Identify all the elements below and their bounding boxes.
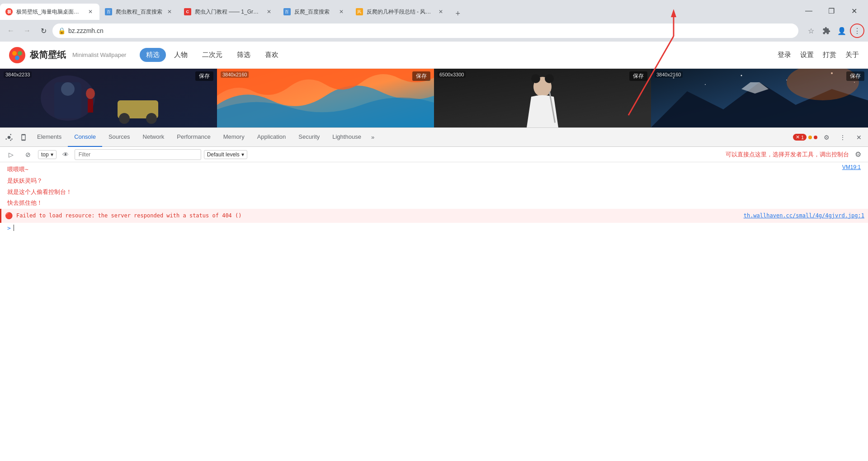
console-error-link[interactable]: th.wallhaven.cc/small/4g/4gjvrd.jpg:1	[744, 212, 864, 220]
devtools-tab-more[interactable]: »	[368, 128, 378, 147]
site-action-about[interactable]: 关于	[845, 51, 859, 59]
forward-button[interactable]: →	[20, 24, 34, 38]
profile-button[interactable]: 👤	[835, 24, 849, 38]
wallpaper-1[interactable]: 3840x2233 保存	[0, 69, 217, 127]
tab-5-close[interactable]: ✕	[437, 8, 444, 15]
svg-point-9	[119, 113, 130, 124]
tab-3-favicon: C	[184, 8, 191, 15]
tab-1-close[interactable]: ✕	[87, 8, 94, 15]
reload-button[interactable]: ↻	[36, 24, 51, 38]
url-bar[interactable]: 🔒 bz.zzzmh.cn	[52, 24, 798, 38]
tab-5[interactable]: 风 反爬的几种手段总结 - 风不... ✕	[350, 4, 450, 20]
warning-dot	[808, 136, 812, 139]
console-message-4: 快去抓住他！	[0, 198, 79, 209]
tab-bar: 极 极简壁纸_海量电脑桌面壁... ✕ 百 爬虫教程_百度搜索 ✕ C 爬虫入门…	[0, 0, 868, 20]
nav-item-people[interactable]: 人物	[168, 48, 194, 62]
console-settings-button[interactable]: ⚙	[852, 148, 864, 161]
wallpaper-2-label: 3840x2160	[221, 71, 249, 78]
console-context-selector[interactable]: top ▾	[38, 150, 57, 159]
console-levels-label: Default levels	[207, 151, 240, 158]
devtools-tab-lighthouse[interactable]: Lighthouse	[326, 128, 368, 147]
new-tab-button[interactable]: +	[452, 7, 464, 20]
close-button[interactable]: ✕	[844, 4, 864, 18]
tab-4[interactable]: 百 反爬_百度搜索 ✕	[278, 4, 350, 20]
wallpaper-2[interactable]: 3840x2160 保存	[217, 69, 434, 127]
wallpaper-4-save[interactable]: 保存	[846, 71, 864, 81]
extensions-button[interactable]	[819, 24, 834, 38]
devtools-panel: Elements Console Sources Network Perform…	[0, 127, 868, 235]
console-prompt: >	[7, 225, 11, 231]
site-action-reward[interactable]: 打赏	[823, 51, 836, 59]
svg-point-10	[146, 113, 157, 124]
console-stop-button[interactable]: ⊘	[21, 147, 35, 162]
minimize-button[interactable]: —	[798, 4, 819, 18]
svg-point-3	[15, 56, 19, 60]
tab-2[interactable]: 百 爬虫教程_百度搜索 ✕	[99, 4, 179, 20]
wallpaper-3[interactable]: 6500x3300 保存	[434, 69, 651, 127]
devtools-close-button[interactable]: ✕	[852, 130, 866, 145]
back-button[interactable]: ←	[4, 24, 18, 38]
svg-point-7	[61, 82, 75, 96]
console-levels-selector[interactable]: Default levels ▾	[204, 150, 247, 159]
tab-1[interactable]: 极 极简壁纸_海量电脑桌面壁... ✕	[0, 4, 99, 20]
wallpaper-3-save[interactable]: 保存	[629, 71, 647, 81]
site-action-login[interactable]: 登录	[778, 51, 791, 59]
devtools-tab-memory[interactable]: Memory	[217, 128, 251, 147]
devtools-tab-network[interactable]: Network	[137, 128, 171, 147]
svg-point-0	[9, 47, 25, 63]
console-context-label: top	[41, 151, 49, 158]
console-eye-button[interactable]: 👁	[59, 149, 72, 160]
tab-4-favicon: 百	[283, 8, 291, 15]
tab-5-title: 反爬的几种手段总结 - 风不...	[367, 8, 434, 16]
address-bar: ← → ↻ 🔒 bz.zzzmh.cn ☆ 👤 ⋮	[0, 20, 868, 42]
devtools-tab-console[interactable]: Console	[68, 128, 102, 147]
wallpaper-4-label: 3840x2160	[655, 71, 683, 78]
wallpaper-1-save[interactable]: 保存	[195, 71, 213, 81]
tab-5-favicon: 风	[356, 8, 363, 15]
devtools-tab-application[interactable]: Application	[251, 128, 292, 147]
menu-button[interactable]: ⋮	[850, 24, 864, 38]
console-vm-link[interactable]: VM19:1	[842, 164, 868, 170]
console-filter-input[interactable]	[75, 149, 201, 160]
tab-3-close[interactable]: ✕	[265, 8, 273, 15]
browser-toolbar: ☆ 👤 ⋮	[804, 24, 864, 38]
wallpaper-2-save[interactable]: 保存	[412, 71, 430, 81]
wallpaper-4[interactable]: 3840x2160 保存	[651, 69, 868, 127]
console-message-3: 就是这个人偷看控制台！	[0, 187, 79, 198]
console-play-button[interactable]: ▷	[4, 147, 18, 162]
tab-2-favicon: 百	[105, 8, 112, 15]
lock-icon: 🔒	[58, 27, 66, 34]
devtools-settings-button[interactable]: ⚙	[819, 130, 834, 145]
tab-2-close[interactable]: ✕	[166, 8, 173, 15]
wallpaper-gallery: 3840x2233 保存 3840x2160 保存	[0, 69, 868, 127]
device-toggle-button[interactable]	[16, 130, 31, 145]
devtools-tab-security[interactable]: Security	[292, 128, 326, 147]
chevron-down-icon-2: ▾	[241, 151, 244, 158]
console-toolbar: ▷ ⊘ top ▾ 👁 Default levels ▾ 可以直接点这里，选择开…	[0, 147, 868, 162]
wallpaper-1-label: 3840x2233	[4, 71, 32, 78]
bookmark-button[interactable]: ☆	[804, 24, 818, 38]
browser-window: 极 极简壁纸_海量电脑桌面壁... ✕ 百 爬虫教程_百度搜索 ✕ C 爬虫入门…	[0, 0, 868, 461]
tab-1-title: 极简壁纸_海量电脑桌面壁...	[16, 8, 83, 16]
console-output: 喂喂喂~ 是妖妖灵吗？ 就是这个人偷看控制台！ 快去抓住他！ VM19:1 🔴 …	[0, 162, 868, 235]
devtools-tab-sources[interactable]: Sources	[102, 128, 137, 147]
tab-4-close[interactable]: ✕	[338, 8, 345, 15]
nav-item-featured[interactable]: 精选	[140, 48, 166, 62]
devtools-tab-elements[interactable]: Elements	[31, 128, 68, 147]
console-message-2: 是妖妖灵吗？	[0, 175, 79, 187]
site-action-settings[interactable]: 设置	[800, 51, 814, 59]
error-count-badge[interactable]: ✕ 1	[793, 134, 807, 141]
inspect-element-button[interactable]	[2, 130, 16, 145]
devtools-more-button[interactable]: ⋮	[835, 130, 850, 145]
maximize-button[interactable]: ❐	[821, 4, 842, 18]
nav-item-anime[interactable]: 二次元	[196, 48, 229, 62]
svg-rect-4	[0, 69, 217, 127]
nav-item-likes[interactable]: 喜欢	[259, 48, 285, 62]
website-header: 极简壁纸 Minimalist Wallpaper 精选 人物 二次元 筛选 喜…	[0, 42, 868, 69]
tab-3[interactable]: C 爬虫入门教程 —— 1_Grea... ✕	[179, 4, 278, 20]
error-count-number: 1	[801, 135, 804, 140]
svg-rect-12	[88, 99, 93, 113]
devtools-tab-performance[interactable]: Performance	[170, 128, 217, 147]
error-count-icon: ✕	[796, 134, 800, 140]
nav-item-filter[interactable]: 筛选	[231, 48, 257, 62]
